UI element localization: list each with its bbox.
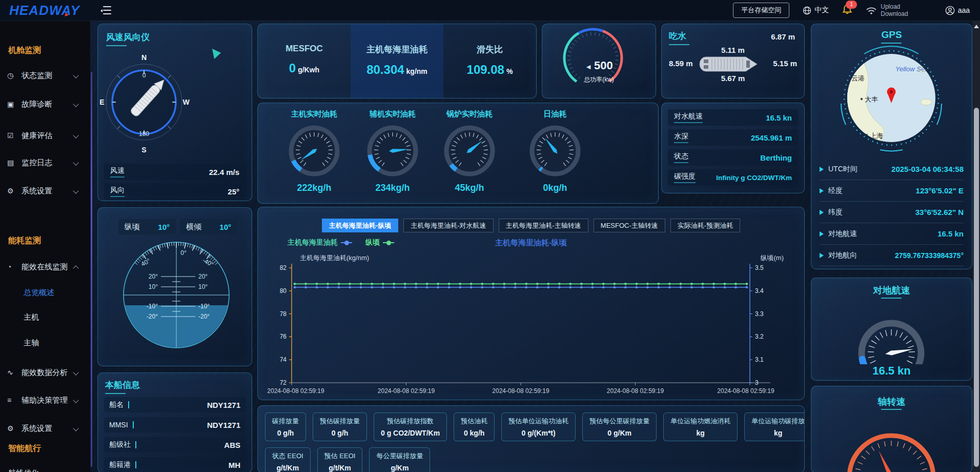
draft-mean-value: 5.67 m xyxy=(662,74,804,83)
chevron-down-icon xyxy=(73,160,78,165)
slip-ratio-col: 滑失比 109.08% xyxy=(443,24,536,98)
yellow-sea-label: Yellow Sea xyxy=(895,65,928,73)
headway-logo: HEADWAY xyxy=(9,3,80,18)
scrollbar-thumb[interactable] xyxy=(974,108,979,467)
line-chart: 8280787674723.53.43.33.23.132024-08-08 0… xyxy=(258,207,804,400)
sidebar-item-energy-online-monitoring[interactable]: ◔能效在线监测 xyxy=(0,259,90,274)
notifications-bell[interactable]: 1 xyxy=(842,4,852,16)
sidebar-item-system-settings-1[interactable]: ⚙系统设置 xyxy=(0,183,90,199)
boiler-fuel-gauge: 锅炉实时油耗 45kg/h xyxy=(431,109,508,193)
est-carbon-index-box: 预估碳排放指数0 g CO2/DWT/Km xyxy=(374,412,447,441)
ship-name-row: 船名NDY1271 xyxy=(104,397,246,412)
sidebar-item-main-shaft[interactable]: 主轴 xyxy=(0,335,90,350)
svg-text:-20°: -20° xyxy=(198,313,210,320)
main-engine-fuel-gauge: 主机实时油耗 222kg/h xyxy=(276,109,353,193)
aux-engine-fuel-value: 234kg/h xyxy=(354,183,431,193)
sidebar-item-energy-data-analysis[interactable]: ∿能效数据分析 xyxy=(0,365,90,380)
mesfoc-panel: MESFOC 0g/Kwh 主机每海里油耗 80.304kg/nm 滑失比 10… xyxy=(257,24,537,99)
status-row: 状态Berthing xyxy=(668,149,798,166)
language-switch[interactable]: 中文 xyxy=(803,6,829,15)
est-unit-transport-fuel-box: 预估单位运输功油耗0 g/(Km*t) xyxy=(501,412,576,441)
draft-port-value: 5.11 m xyxy=(662,46,804,54)
gear-icon: ⚙ xyxy=(7,421,17,436)
carbon-emission-box: 碳排放量0 g/h xyxy=(265,412,306,441)
per-km-carbon-box: 每公里碳排放量g/Km xyxy=(369,447,430,472)
gps-title: GPS xyxy=(811,29,972,41)
svg-text:82: 82 xyxy=(280,264,287,271)
sidebar-section-smart-navigation: 智能航行 xyxy=(8,443,41,454)
storage-space-button[interactable]: 平台存储空间 xyxy=(733,3,789,18)
gear-icon: ⚙ xyxy=(7,183,17,199)
shaft-rpm-panel: 轴转速 xyxy=(811,386,972,472)
shaft-rpm-title: 轴转速 xyxy=(811,396,972,408)
shaft-rpm-gauge xyxy=(811,410,972,472)
svg-text:2024-08-08 02:59:19: 2024-08-08 02:59:19 xyxy=(607,387,664,395)
boiler-fuel-value: 45kg/h xyxy=(431,183,508,193)
status-eeoi-box: 状态 EEOIg/t/Km xyxy=(265,447,311,472)
sidebar-item-main-engine[interactable]: 主机 xyxy=(0,309,90,325)
pitch-value: 10° xyxy=(158,223,170,231)
mmsi-row: MMSINDY1271 xyxy=(104,417,246,432)
menu-toggle-icon[interactable] xyxy=(101,6,113,14)
clock-icon: ◷ xyxy=(7,68,17,83)
sog-gauge-title: 对地航速 xyxy=(811,284,972,297)
shanghai-label: 上海 xyxy=(870,132,883,140)
class-society-row: 船级社ABS xyxy=(104,437,246,453)
main-engine-fuel-value: 222kg/h xyxy=(276,183,353,193)
svg-text:-20°: -20° xyxy=(147,313,158,320)
document-x-icon: ▣ xyxy=(7,96,17,112)
log-icon: ▤ xyxy=(7,155,17,170)
total-power-value: 500 xyxy=(594,59,613,72)
svg-text:3.3: 3.3 xyxy=(755,310,764,318)
sog-row: 对地航速16.5 kn xyxy=(820,223,964,245)
sidebar-item-monitoring-log[interactable]: ▤监控日志 xyxy=(0,155,90,170)
fuel-per-nm-col: 主机每海里油耗 80.304kg/nm xyxy=(351,24,443,98)
topbar: HEADWAY 平台存储空间 中文 1 UploadDownloa xyxy=(0,0,980,21)
page-scrollbar[interactable] xyxy=(972,21,980,472)
svg-text:-10°: -10° xyxy=(198,303,210,310)
chevron-down-icon xyxy=(73,101,78,107)
svg-text:78: 78 xyxy=(280,310,287,318)
chevron-down-icon xyxy=(73,397,78,403)
upload-download[interactable]: UploadDownload xyxy=(866,3,908,17)
carbon-stats-panel: 碳排放量0 g/h 预估碳排放量0 g/h 预估碳排放指数0 g CO2/DWT… xyxy=(257,405,805,472)
draft-panel: 吃水 6.87 m 5.11 m 8.59 m 5.15 m 5.67 m xyxy=(661,24,805,99)
sidebar-item-route-optimization[interactable]: 航线优化 xyxy=(0,465,90,472)
wind-compass: N S E W 0 180 xyxy=(98,38,252,162)
sidebar-item-health-assessment[interactable]: ☑健康评估 xyxy=(0,128,90,143)
sidebar-item-fault-diagnosis[interactable]: ▣故障诊断 xyxy=(0,96,90,112)
compass-north-label: N xyxy=(141,53,147,62)
svg-text:76: 76 xyxy=(280,333,287,340)
draft-ship-icon xyxy=(699,55,762,73)
sog-gauge-value: 16.5 kn xyxy=(811,364,972,378)
sidebar-item-overview[interactable]: 总览概述 xyxy=(0,285,90,300)
wind-direction-value: 25° xyxy=(228,187,239,196)
sidebar-item-decision-support[interactable]: ≡辅助决策管理 xyxy=(0,392,90,408)
compass-180-label: 180 xyxy=(139,130,149,137)
sidebar-scrollbar[interactable] xyxy=(91,72,92,467)
wind-direction-arrow xyxy=(212,49,221,59)
chevron-down-icon xyxy=(73,188,78,193)
svg-text:2024-08-08 02:59:19: 2024-08-08 02:59:19 xyxy=(717,387,774,395)
svg-text:20°: 20° xyxy=(198,273,208,280)
sidebar-item-status-monitoring[interactable]: ◷状态监测 xyxy=(0,68,90,83)
aux-engine-fuel-gauge: 辅机实时油耗 234kg/h xyxy=(354,109,431,193)
scroll-up-arrow[interactable] xyxy=(974,25,979,28)
user-menu[interactable]: aaa xyxy=(945,6,970,15)
sidebar-item-system-settings-2[interactable]: ⚙系统设置 xyxy=(0,421,90,436)
wind-speed-row: 风速22.4 m/s xyxy=(104,164,246,180)
wind-direction-row: 风向25° xyxy=(104,183,246,200)
ship-info-panel: 本船信息 船名NDY1271 MMSINDY1271 船级社ABS 船籍港MH xyxy=(97,372,252,472)
sog-gauge xyxy=(811,300,972,364)
sog-gauge-panel: 对地航速 16.5 kn xyxy=(811,278,972,381)
svg-text:-10°: -10° xyxy=(147,303,158,310)
compass-south-label: S xyxy=(141,146,146,154)
carbon-stats-row1: 碳排放量0 g/h 预估碳排放量0 g/h 预估碳排放指数0 g CO2/DWT… xyxy=(265,412,805,441)
water-depth-row: 水深2545.961 m xyxy=(668,129,798,146)
gps-map[interactable]: Yellow Sea 云港 大丰 上海 京 xyxy=(835,45,948,153)
draft-aft-value: 8.59 m xyxy=(669,59,693,68)
pitch-box: 纵顷10° xyxy=(118,219,176,234)
ship-info-title: 本船信息 xyxy=(105,379,140,394)
cog-row: 对地航向2759.767333984375° xyxy=(820,245,964,266)
notification-badge: 1 xyxy=(846,1,857,9)
